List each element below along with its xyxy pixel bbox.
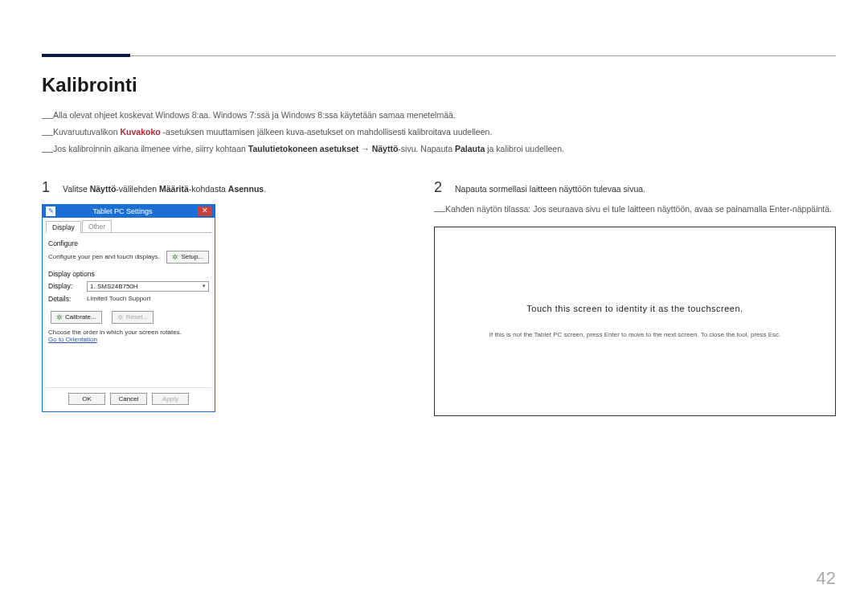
display-select[interactable]: 1. SMS24B750H ▾ bbox=[87, 281, 209, 292]
s1f: Asennus bbox=[228, 184, 264, 194]
display-select-value: 1. SMS24B750H bbox=[90, 283, 138, 290]
dialog-title: Tablet PC Settings bbox=[59, 207, 194, 215]
step-2-subnote: ― Kahden näytön tilassa: Jos seuraava si… bbox=[434, 204, 836, 217]
intro-3e: Palauta bbox=[455, 144, 485, 153]
gear-icon: ✲ bbox=[117, 313, 124, 321]
s1g: . bbox=[264, 184, 266, 194]
s1b: Näyttö bbox=[90, 184, 117, 194]
setup-button[interactable]: ✲Setup... bbox=[166, 251, 209, 264]
page-number: 42 bbox=[817, 568, 836, 589]
dialog-app-icon: ✎ bbox=[46, 206, 55, 216]
rotate-note: Choose the order in which your screen ro… bbox=[48, 329, 209, 336]
tablet-pc-settings-dialog: ✎ Tablet PC Settings ✕ Display Other Con… bbox=[42, 204, 215, 412]
touch-main-text: Touch this screen to identity it as the … bbox=[526, 304, 743, 313]
calibrate-label: Calibrate... bbox=[65, 313, 96, 321]
s1a: Valitse bbox=[63, 184, 90, 194]
step-1-heading: 1 Valitse Näyttö-välilehden Määritä-kohd… bbox=[42, 179, 411, 196]
intro-line-1: Alla olevat ohjeet koskevat Windows 8:aa… bbox=[53, 110, 456, 120]
intro-block: ― Alla olevat ohjeet koskevat Windows 8:… bbox=[42, 108, 836, 157]
tab-display[interactable]: Display bbox=[46, 221, 81, 233]
details-field-label: Details: bbox=[48, 295, 82, 303]
display-options-label: Display options bbox=[48, 270, 209, 278]
intro-3a: Jos kalibroinnin aikana ilmenee virhe, s… bbox=[53, 144, 248, 153]
reset-button[interactable]: ✲Reset... bbox=[112, 311, 154, 324]
gear-icon: ✲ bbox=[56, 313, 63, 321]
header-accent bbox=[42, 54, 130, 57]
intro-3f: ja kalibroi uudelleen. bbox=[485, 144, 564, 153]
step-2-text: Napauta sormellasi laitteen näyttöön tul… bbox=[455, 184, 645, 194]
step-1-number: 1 bbox=[42, 179, 53, 196]
calibrate-button[interactable]: ✲Calibrate... bbox=[51, 311, 102, 324]
gear-icon: ✲ bbox=[172, 253, 178, 261]
header-rule bbox=[42, 32, 836, 56]
display-field-label: Display: bbox=[48, 282, 82, 290]
chevron-down-icon: ▾ bbox=[203, 283, 206, 289]
apply-button[interactable]: Apply bbox=[152, 393, 189, 405]
setup-label: Setup... bbox=[181, 253, 203, 260]
configure-label: Configure bbox=[48, 239, 209, 247]
reset-label: Reset... bbox=[126, 313, 149, 321]
cancel-button[interactable]: Cancel bbox=[110, 393, 147, 405]
ok-button[interactable]: OK bbox=[68, 393, 105, 405]
s1e: -kohdasta bbox=[189, 184, 228, 194]
orientation-link[interactable]: Go to Orientation bbox=[48, 336, 209, 343]
s1c: -välilehden bbox=[116, 184, 159, 194]
intro-3d: -sivu. Napauta bbox=[398, 144, 455, 153]
page-title: Kalibrointi bbox=[42, 74, 836, 96]
step-2-sub-text: Kahden näytön tilassa: Jos seuraava sivu… bbox=[445, 204, 832, 217]
intro-line-2-post: -asetuksen muuttamisen jälkeen kuva-aset… bbox=[161, 127, 493, 137]
s1d: Määritä bbox=[159, 184, 189, 194]
arrow-icon: → bbox=[358, 144, 371, 153]
intro-3b: Taulutietokoneen asetukset bbox=[248, 144, 359, 153]
dash-icon: ― bbox=[434, 204, 445, 217]
intro-line-2-pre: Kuvaruutuvalikon bbox=[53, 127, 120, 137]
configure-desc: Configure your pen and touch displays. bbox=[48, 253, 162, 261]
step-2-heading: 2 Napauta sormellasi laitteen näyttöön t… bbox=[434, 179, 836, 196]
details-value: Limited Touch Support bbox=[87, 295, 150, 302]
touchscreen-identify-box: Touch this screen to identity it as the … bbox=[434, 227, 836, 416]
intro-3c: Näyttö bbox=[372, 144, 399, 153]
dialog-titlebar[interactable]: ✎ Tablet PC Settings ✕ bbox=[43, 205, 215, 218]
step-2-number: 2 bbox=[434, 179, 445, 196]
touch-sub-text: If this is not the Tablet PC screen, pre… bbox=[489, 331, 781, 338]
tab-other[interactable]: Other bbox=[82, 220, 112, 232]
close-icon[interactable]: ✕ bbox=[198, 206, 212, 216]
dash-icon: ― bbox=[42, 141, 53, 161]
intro-accent-kuvakoko: Kuvakoko bbox=[120, 127, 160, 137]
